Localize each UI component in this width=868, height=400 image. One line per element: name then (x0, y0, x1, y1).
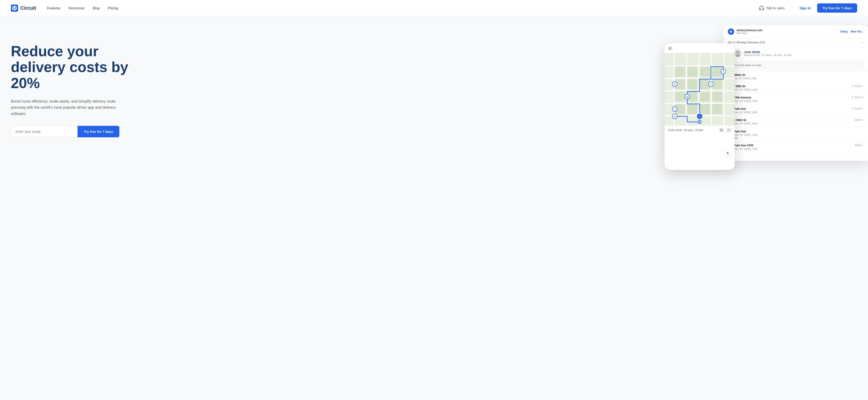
hero-subtitle: Boost route efficiency, scale easily, an… (11, 98, 119, 117)
svg-rect-71 (687, 79, 698, 89)
driver-name: John Smith (744, 51, 792, 54)
sign-in-button[interactable]: Sign in (796, 4, 814, 12)
svg-rect-80 (700, 104, 710, 114)
table-row[interactable]: 430 Park Ave #703 New York, NY 10022, US… (723, 141, 868, 153)
svg-rect-62 (686, 53, 687, 125)
svg-text:8: 8 (674, 84, 675, 86)
email-input[interactable] (11, 126, 78, 137)
hero-content: Reduce your delivery costs by 20% Boost … (11, 34, 142, 137)
driver-info: John Smith Starting 12:00 · 27 Stops · 1… (744, 51, 792, 57)
table-row[interactable]: 222 E 56th St New York, NY 10022, USA 12… (723, 116, 868, 127)
svg-rect-74 (675, 92, 685, 102)
desktop-today-label: Today New Yor... (840, 30, 864, 33)
svg-rect-81 (712, 104, 722, 114)
phone-search-icon[interactable] (719, 128, 724, 132)
desktop-header-info: admin@henrys.com New York (737, 29, 838, 35)
phone-more-icon[interactable]: ··· (726, 128, 731, 132)
driver-avatar (734, 50, 741, 57)
nav-try-free-button[interactable]: Try free for 7 days (817, 3, 857, 13)
route-search-input[interactable] (728, 62, 864, 69)
stop-check-icon: ✓ (851, 96, 854, 99)
svg-rect-77 (712, 92, 722, 102)
logo-text: Circuit (20, 5, 36, 11)
hero-visual: 7 8 5 4 10 1 (664, 25, 868, 179)
phone-footer-text: Finish 18:00 · 10 stops · 42.5km (668, 129, 704, 131)
phone-map: 9 8 10 1 7 5 (664, 53, 735, 125)
nav-pricing[interactable]: Pricing (108, 6, 118, 10)
svg-point-99 (721, 129, 722, 131)
desktop-search (723, 60, 868, 71)
phone-header: ☰ (664, 43, 735, 53)
svg-point-51 (731, 31, 732, 32)
hero-title: Reduce your delivery costs by 20% (11, 43, 142, 91)
stop-time: ✓ 12:28 ∨ (851, 107, 864, 110)
desktop-header: admin@henrys.com New York Today New Yor.… (723, 25, 868, 38)
phone-mockup: ☰ (664, 43, 735, 170)
stop-check-icon: ✓ (851, 107, 854, 110)
stop-time: 13:08 ∨ (855, 144, 864, 146)
svg-rect-68 (700, 67, 710, 77)
desktop-location: New York (737, 32, 838, 35)
svg-text:4: 4 (674, 115, 675, 118)
svg-rect-76 (700, 92, 710, 102)
driver-sub: Starting 12:00 · 27 Stops · 1h 39m · 21.… (744, 54, 792, 57)
phone-footer-icons: ··· (719, 128, 731, 132)
navbar-links: Features Resources Blog Pricing (47, 6, 755, 10)
table-row[interactable]: 73 W 55th St New York, NY 10019, USA ✓ 1… (723, 82, 868, 94)
svg-text:10: 10 (686, 96, 688, 98)
desktop-logo-icon (728, 29, 734, 35)
svg-rect-65 (723, 53, 724, 125)
desktop-admin-email: admin@henrys.com (737, 29, 838, 32)
table-row[interactable]: 300 Park Ave New York, NY 10022, USA ✓ 1… (723, 105, 868, 116)
circuit-logo-icon (11, 4, 18, 12)
table-row[interactable]: 10th Main St New Yos, NY 10019, USA (723, 71, 868, 82)
hero-section: Reduce your delivery costs by 20% Boost … (0, 16, 868, 400)
stop-time: 12:35 ∨ (855, 119, 864, 121)
nav-resources[interactable]: Resources (68, 6, 85, 10)
svg-text:9: 9 (723, 71, 724, 73)
phone-map-svg: 9 8 10 1 7 5 (664, 53, 735, 125)
table-row[interactable]: 375 Park Ave New York, NY 10152, USA ↑ P… (723, 127, 868, 141)
stop-time: ✓ 12:05 ∨ (851, 85, 864, 88)
route-options-icon[interactable]: ··· (861, 40, 864, 44)
svg-point-1 (14, 7, 15, 9)
desktop-route-header: Jan 3 / Monday Deliveries [1/2] ··· (723, 38, 868, 47)
hero-cta: Try free for 7 days (11, 126, 119, 137)
svg-point-53 (737, 51, 739, 54)
table-row[interactable]: 712 Fifth Avenue New York, NY 10019, USA… (723, 94, 868, 105)
navbar-right: Talk to sales Sign in Try free for 7 day… (755, 3, 857, 13)
stops-list: 10th Main St New Yos, NY 10019, USA 73 W… (723, 71, 868, 153)
nav-blog[interactable]: Blog (93, 6, 100, 10)
svg-point-96 (699, 122, 700, 123)
svg-rect-67 (687, 67, 698, 77)
hero-cta-button[interactable]: Try free for 7 days (78, 126, 119, 137)
svg-rect-66 (675, 67, 685, 77)
desktop-route-title: Jan 3 / Monday Deliveries [1/2] (728, 41, 765, 44)
logo-link[interactable]: Circuit (11, 4, 36, 12)
talk-to-sales-label: Talk to sales (766, 6, 785, 10)
navbar: Circuit Features Resources Blog Pricing … (0, 0, 868, 16)
headset-icon (759, 5, 764, 11)
compass-icon[interactable]: ⊕ (724, 149, 731, 156)
desktop-driver-row: ← John Smith Starting 12:00 · 27 Stops ·… (723, 47, 868, 60)
phone-footer: Finish 18:00 · 10 stops · 42.5km ··· (664, 125, 735, 135)
talk-to-sales-button[interactable]: Talk to sales (755, 4, 788, 13)
svg-rect-79 (687, 104, 698, 114)
desktop-mockup: admin@henrys.com New York Today New Yor.… (723, 25, 868, 161)
svg-line-100 (722, 131, 723, 131)
svg-rect-64 (711, 53, 712, 125)
svg-text:7: 7 (674, 108, 675, 110)
stop-check-icon: ✓ (851, 85, 854, 88)
svg-text:5: 5 (699, 115, 700, 118)
phone-menu-icon[interactable]: ☰ (668, 46, 672, 51)
nav-features[interactable]: Features (47, 6, 60, 10)
stop-time: ✓ 12:17 ∨ (851, 96, 864, 99)
svg-text:1: 1 (710, 84, 711, 86)
